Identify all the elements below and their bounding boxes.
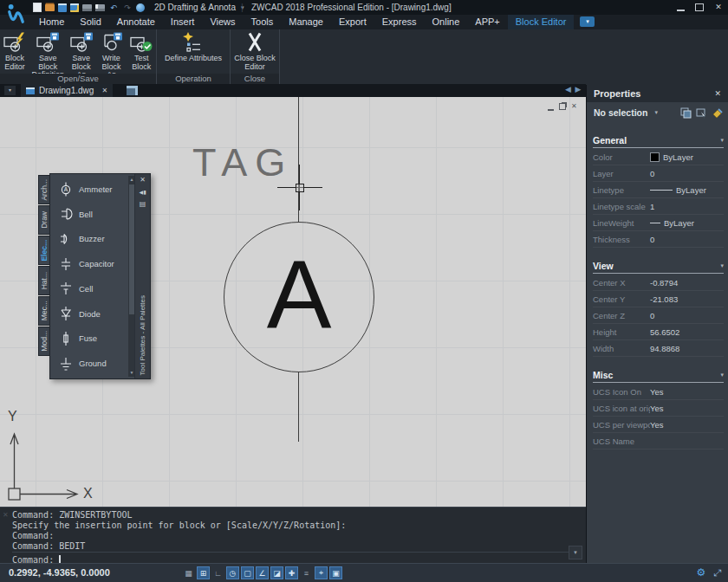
command-close-icon[interactable]: ✕ [3,511,9,519]
viewport-close-button[interactable]: ✕ [571,102,577,111]
ribbon-tab-app[interactable]: APP+ [467,15,507,29]
minimize-button[interactable] [677,3,685,11]
online-sphere-icon[interactable] [136,3,145,12]
property-row-thickness[interactable]: Thickness0 [593,231,724,248]
ribbon-tab-export[interactable]: Export [331,15,374,29]
undo-icon[interactable]: ↶ [108,3,119,12]
close-block-editor-button[interactable]: Close Block Editor [231,31,279,71]
palette-item-cell[interactable]: Cell [50,276,127,301]
palette-tab-mod[interactable]: Mod... [38,327,49,356]
command-scroll-button[interactable]: ▼ [569,546,582,559]
command-window[interactable]: ✕ Command: ZWINSERTBYTOOL Specify the in… [0,507,586,563]
status-toggle-dyn-input[interactable]: ◪ [270,566,283,579]
workspace-selector[interactable]: 2D Drafting & Annota ▾ [154,2,244,13]
status-toggle-grid[interactable]: ▦ [182,566,195,579]
ribbon-tab-online[interactable]: Online [425,15,468,29]
document-list-dropdown[interactable]: ▾ [4,86,16,95]
property-row-color[interactable]: ColorByLayer [593,149,724,165]
save-block-definition-button[interactable]: Save Block Definition [29,31,67,80]
status-toggle-osnap[interactable]: ▢ [241,566,254,579]
new-file-icon[interactable] [33,3,42,12]
viewport-minimize-button[interactable] [548,103,554,111]
close-button[interactable]: ✕ [714,3,723,11]
palette-tab-hat[interactable]: Hat... [38,266,49,295]
save-icon[interactable] [58,3,67,12]
property-row-linetype-scale[interactable]: Linetype scale1 [593,198,724,215]
chevron-down-icon[interactable]: ▾ [720,137,724,144]
write-block-as-button[interactable]: Write Block As [96,31,127,80]
palette-item-bell[interactable]: Bell [50,202,127,227]
ribbon-tab-insert[interactable]: Insert [163,15,203,29]
new-drawing-button[interactable] [127,86,138,95]
toggle-pickadd-icon[interactable] [712,107,723,119]
document-tab-close-icon[interactable]: ✕ [101,87,107,94]
fullscreen-icon[interactable]: ⤢ [713,567,721,579]
redo-icon[interactable]: ↷ [122,3,133,12]
maximize-button[interactable] [695,3,704,11]
chevron-down-icon[interactable]: ▾ [720,372,724,378]
quick-select-icon[interactable] [680,107,692,119]
define-attributes-button[interactable]: Define Attributes [164,31,223,63]
ribbon-tab-annotate[interactable]: Annotate [109,15,163,29]
chevron-down-icon[interactable]: ▾ [654,109,676,116]
property-row-linetype[interactable]: LinetypeByLayer [593,182,724,198]
status-toggle-lineweight[interactable]: ≡ [300,566,313,579]
palette-autohide-icon[interactable]: ◀▮ [135,186,150,198]
open-folder-icon[interactable] [45,4,55,11]
palette-close-icon[interactable]: ✕ [135,174,150,186]
save-block-as-button[interactable]: Save Block As [67,31,96,80]
status-toggle-ortho[interactable]: ∟ [211,566,224,579]
chevron-down-icon[interactable]: ▾ [720,262,724,269]
plot-preview-icon[interactable] [95,4,105,11]
palette-item-buzzer[interactable]: Buzzer [50,227,127,252]
ribbon-tab-block-editor[interactable]: Block Editor [508,15,575,29]
viewport-restore-button[interactable] [559,103,566,110]
palette-item-fuse[interactable]: Fuse [50,327,127,352]
status-toggle-dyn-ucs[interactable]: ✚ [285,566,298,579]
ribbon-tab-views[interactable]: Views [202,15,243,29]
palette-tab-elec[interactable]: Elec... [38,236,49,265]
status-toggle-otrack[interactable]: ∠ [256,566,269,579]
palette-tab-draw[interactable]: Draw [38,205,49,235]
document-tab[interactable]: Drawing1.dwg ✕ [21,84,113,97]
palette-properties-icon[interactable]: ▤ [135,198,150,210]
settings-gear-icon[interactable]: ⚙ [696,566,705,579]
property-row-center-y[interactable]: Center Y-21.083 [593,291,724,307]
properties-close-icon[interactable]: ✕ [714,89,721,98]
property-row-height[interactable]: Height56.6502 [593,324,724,340]
panel-collapse-arrows-icon[interactable]: ◀ ▶ [565,85,582,94]
block-editor-button[interactable]: Block Editor [0,31,29,71]
property-row-ucs-icon-at-origin[interactable]: UCS icon at originYes [593,400,724,417]
property-row-ucs-name[interactable]: UCS Name [593,433,724,449]
palette-tab-mec[interactable]: Mec... [38,296,49,326]
ribbon-tab-overflow-button[interactable]: ▾ [580,16,595,27]
palette-item-ammeter[interactable]: AAmmeter [50,177,127,202]
status-toggle-polar[interactable]: ◷ [226,566,239,579]
status-toggle-cursor-badge[interactable]: ⌖ [315,566,328,579]
ribbon-tab-manage[interactable]: Manage [281,15,331,29]
status-toggle-model-space[interactable]: ▣ [329,566,342,579]
select-objects-icon[interactable] [696,107,707,119]
test-block-button[interactable]: Test Block [127,31,156,71]
ribbon-tab-solid[interactable]: Solid [72,15,108,29]
property-value: 0 [650,311,654,320]
property-row-center-z[interactable]: Center Z0 [593,307,724,324]
save-as-icon[interactable] [70,3,79,12]
palette-item-diode[interactable]: Diode [50,301,127,327]
print-icon[interactable] [82,4,92,11]
property-row-ucs-per-viewport[interactable]: UCS per viewportYes [593,417,724,433]
ribbon-tab-tools[interactable]: Tools [244,15,282,29]
property-row-center-x[interactable]: Center X-0.8794 [593,275,724,291]
property-row-layer[interactable]: Layer0 [593,165,724,182]
ribbon-tab-express[interactable]: Express [374,15,425,29]
palette-item-capacitor[interactable]: Capacitor [50,251,127,276]
selection-dropdown[interactable]: No selection [594,107,647,118]
palette-tab-arch[interactable]: Arch... [38,175,49,204]
ribbon-tab-home[interactable]: Home [31,15,72,29]
status-toggle-snap[interactable]: ⊞ [197,566,210,579]
property-row-ucs-icon-on[interactable]: UCS Icon OnYes [593,384,724,400]
palette-item-ground[interactable]: Ground [50,351,127,376]
ribbon-group-operation-parameters: Define AttributesOperation Parameters [157,29,231,84]
property-row-lineweight[interactable]: LineWeightByLayer [593,215,724,231]
property-row-width[interactable]: Width94.8868 [593,340,724,357]
